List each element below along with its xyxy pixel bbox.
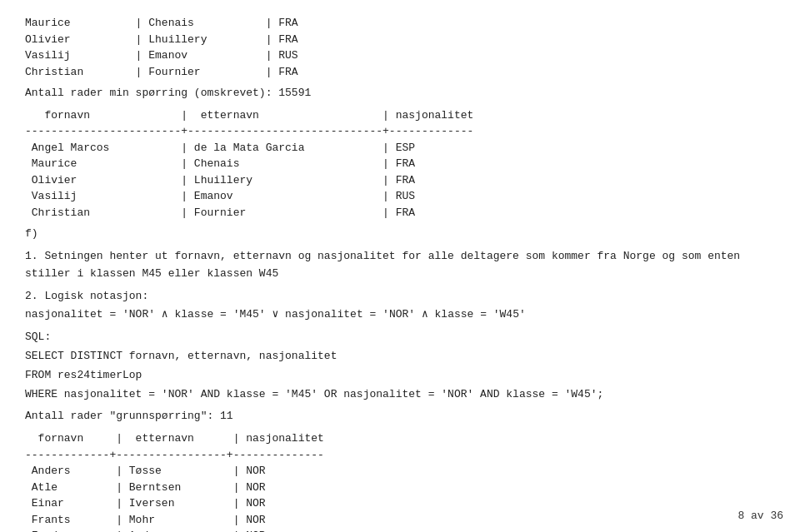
section2-table: fornavn | etternavn | nasjonalitet -----… [25, 107, 775, 221]
section1-rows: Maurice | Chenais | FRA Olivier | Lhuill… [25, 15, 775, 80]
section2-content: fornavn | etternavn | nasjonalitet -----… [25, 107, 775, 221]
antall-min-label: Antall rader min spørring (omskrevet): 1… [25, 85, 775, 102]
f-label-section: f) [25, 226, 775, 243]
task2-section: 2. Logisk notasjon: nasjonalitet = 'NOR'… [25, 288, 775, 325]
page-number: 8 av 36 [738, 510, 783, 522]
section1-table: Maurice | Chenais | FRA Olivier | Lhuill… [25, 15, 775, 80]
main-content: Maurice | Chenais | FRA Olivier | Lhuill… [17, 8, 783, 532]
section3-content: fornavn | etternavn | nasjonalitet -----… [25, 430, 775, 532]
task1-section: 1. Setningen henter ut fornavn, etternav… [25, 248, 775, 283]
section3-table: fornavn | etternavn | nasjonalitet -----… [25, 430, 775, 532]
sql-section: SQL: SELECT DISTINCT fornavn, etternavn,… [25, 329, 775, 403]
antall-grunnspørring-label: Antall rader "grunnspørring": 11 [25, 408, 775, 425]
